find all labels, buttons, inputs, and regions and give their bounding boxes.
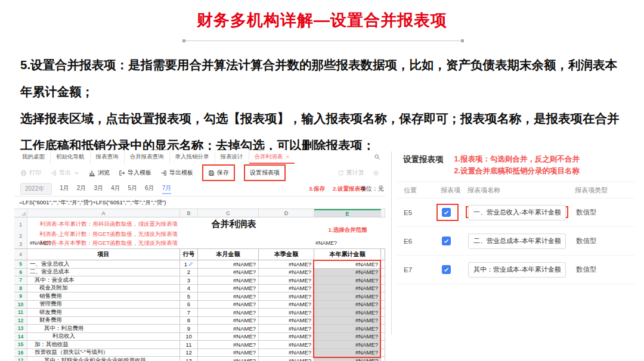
cell-item[interactable]: 其中：利息费用 (27, 325, 180, 332)
cell-month-amount[interactable]: #NAME? (198, 309, 259, 316)
report-item-checkbox[interactable] (442, 265, 451, 274)
cell-quarter-amount[interactable]: #NAME? (259, 349, 314, 357)
row-number-1[interactable]: 1 (14, 217, 27, 232)
header-month-amount[interactable]: 本月金额 (198, 249, 259, 260)
month-6月[interactable]: 6月 (145, 184, 154, 194)
toolbar-button-导出[interactable]: 导出 (50, 169, 80, 177)
cell-quarter-amount[interactable]: #NAME? (259, 301, 314, 309)
cell-quarter-amount[interactable]: #NAME? (259, 357, 314, 361)
row-number-11[interactable]: 11 (14, 309, 27, 316)
month-2月[interactable]: 2月 (77, 184, 86, 194)
cell-ytd-amount[interactable]: #NAME? (314, 349, 381, 357)
tab-初始化导航[interactable]: 初始化导航 (50, 150, 90, 164)
row-number-15[interactable]: 15 (14, 341, 27, 348)
cell-item[interactable]: 其中：对联营企业和合营企业的投资收益 (27, 357, 180, 361)
column-header-C[interactable]: C (198, 209, 259, 217)
tab-合并报表查询[interactable]: 合并报表查询 (124, 150, 169, 164)
cell-ytd-amount[interactable]: #NAME? (314, 269, 381, 276)
report-item-name-input[interactable] (468, 234, 566, 249)
cell-ytd-amount[interactable]: #NAME? (314, 325, 381, 332)
formula-bar[interactable]: =LFS("6001","","年","月","贷")+LFS("6051","… (14, 196, 385, 209)
cell-ytd-amount[interactable]: #NAME? (314, 341, 381, 348)
cell-month-amount[interactable]: #NAME? (198, 285, 259, 292)
cell-quarter-amount[interactable]: #NAME? (259, 276, 314, 284)
close-icon[interactable]: × (286, 154, 289, 160)
column-header-D[interactable]: D (259, 209, 314, 217)
toolbar-button-gear-icon[interactable] (373, 170, 379, 176)
cell-month-amount[interactable]: #NAME? (198, 269, 259, 276)
cell-item[interactable]: 投资收益（损失以"-"号填列） (27, 349, 180, 357)
toolbar-button-保存[interactable]: 保存 (202, 164, 235, 181)
toolbar-button-导出模板[interactable]: 导出模板 (160, 169, 193, 177)
cell-line-no[interactable]: 3 (180, 276, 198, 284)
tab-active-合并利润表[interactable]: 合并利润表× (249, 150, 295, 164)
report-item-name-input[interactable] (468, 262, 566, 278)
cell-line-no[interactable]: 7 (180, 309, 198, 316)
cell-line-no[interactable]: 11 (180, 341, 198, 348)
toolbar-button-浏览[interactable]: 浏览 (89, 169, 110, 177)
cell-ytd-amount[interactable]: #NAME? (314, 260, 381, 268)
cell-quarter-amount[interactable]: #NAME? (259, 325, 314, 332)
toolbar-button-导入模板[interactable]: 导入模板 (119, 169, 151, 177)
month-3月[interactable]: 3月 (94, 184, 103, 194)
toolbar-button-重计算[interactable]: 重计算 (338, 169, 364, 177)
cell-month-amount[interactable]: #NAME? (198, 341, 259, 348)
report-item-checkbox[interactable] (442, 208, 451, 217)
cell-quarter-amount[interactable]: #NAME? (259, 260, 314, 268)
cell-quarter-amount[interactable]: #NAME? (259, 317, 314, 325)
cell-month-amount[interactable]: #NAME? (198, 260, 259, 268)
row-number-12[interactable]: 12 (14, 317, 27, 325)
row-number-5[interactable]: 5 (14, 260, 27, 268)
row-number-4[interactable]: 4 (14, 249, 27, 260)
cell-line-no[interactable]: 5 (180, 292, 198, 300)
cell-ytd-amount[interactable]: #NAME? (314, 276, 381, 284)
cell-ytd-amount[interactable]: #NAME? (314, 333, 381, 341)
cell-month-amount[interactable]: #NAME? (198, 357, 259, 361)
cell-line-no[interactable]: 10 (180, 333, 198, 341)
cell-month-amount[interactable]: #NAME? (198, 301, 259, 309)
cell-ytd-amount[interactable]: #NAME? (314, 285, 381, 292)
cell-line-no[interactable]: 8 (180, 317, 198, 325)
cell-item[interactable]: 研发费用 (27, 309, 180, 316)
cell-month-amount[interactable]: #NAME? (198, 349, 259, 357)
select-all-corner[interactable] (14, 209, 27, 217)
search-icon[interactable] (374, 154, 383, 160)
row-number-2[interactable]: 2 (14, 232, 27, 240)
header-ytd-amount[interactable]: 本年累计金额 (314, 249, 381, 260)
cell-ytd-amount[interactable]: #NAME? (314, 309, 381, 316)
tab-报表查询[interactable]: 报表查询 (90, 150, 124, 164)
row-number-13[interactable]: 13 (14, 325, 27, 332)
cell-item[interactable]: 销售费用 (27, 292, 180, 300)
cell-line-no[interactable]: 1 (180, 260, 198, 268)
tab-报表设计[interactable]: 报表设计 (215, 150, 249, 164)
cell-month-amount[interactable]: #NAME? (198, 333, 259, 341)
year-selector[interactable]: 2022年 (20, 183, 52, 195)
report-item-name-input[interactable] (468, 205, 566, 220)
tab-我的桌面[interactable]: 我的桌面 (17, 150, 50, 164)
month-4月[interactable]: 4月 (111, 184, 120, 194)
row-number-3[interactable]: 3 (14, 240, 27, 249)
cell-ytd-amount[interactable]: #NAME? (314, 292, 381, 300)
header-quarter-amount[interactable]: 本季金额 (259, 249, 314, 260)
toolbar-button-打印[interactable]: 打印 (20, 169, 41, 177)
cell-month-amount[interactable]: #NAME? (198, 325, 259, 332)
month-1月[interactable]: 1月 (60, 184, 69, 194)
row-number-6[interactable]: 6 (14, 269, 27, 276)
column-header-A[interactable]: A (27, 209, 180, 217)
report-item-checkbox[interactable] (442, 236, 451, 245)
cell-line-no[interactable]: 4 (180, 285, 198, 292)
cell-item[interactable]: 二、营业总成本 (27, 269, 180, 276)
row-number-8[interactable]: 8 (14, 285, 27, 292)
cell-ytd-amount[interactable]: #NAME? (314, 301, 381, 309)
cell-item[interactable]: 加：其他收益 (27, 341, 180, 348)
cell-month-amount[interactable]: #NAME? (198, 317, 259, 325)
cell-month-amount[interactable]: #NAME? (198, 276, 259, 284)
month-7月[interactable]: 7月 (162, 184, 172, 194)
row-number-14[interactable]: 14 (14, 333, 27, 341)
cell-item[interactable]: 其中：营业成本 (27, 276, 180, 284)
cell-quarter-amount[interactable]: #NAME? (259, 341, 314, 348)
header-item[interactable]: 项目 (27, 249, 180, 260)
cell-line-no[interactable]: 12 (180, 349, 198, 357)
cell-quarter-amount[interactable]: #NAME? (259, 292, 314, 300)
cell-item[interactable]: 财务费用 (27, 317, 180, 325)
